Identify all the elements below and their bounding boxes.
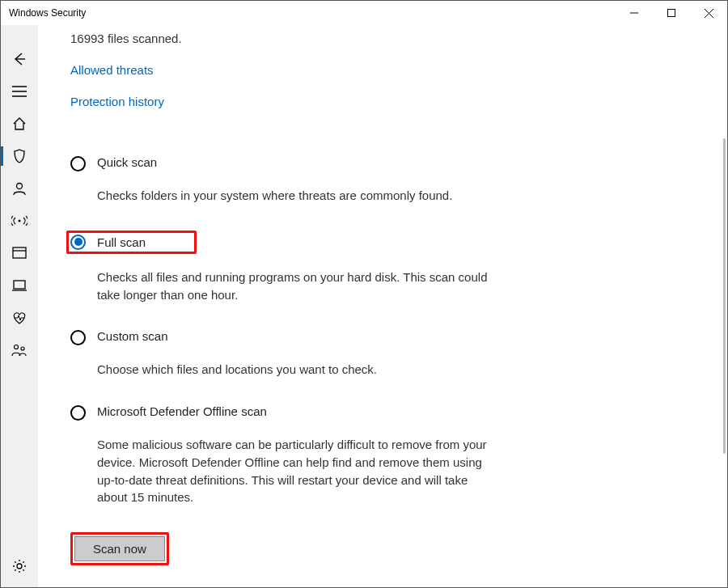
minimize-icon: [630, 9, 638, 17]
full-scan-highlight: Full scan: [66, 231, 197, 254]
scan-option-desc: Checks all files and running programs on…: [97, 269, 491, 304]
scan-option-offline[interactable]: Microsoft Defender Offline scan Some mal…: [70, 404, 491, 506]
sidebar: [1, 25, 38, 587]
window-title: Windows Security: [7, 7, 86, 19]
scan-option-title: Full scan: [97, 235, 146, 249]
radio-quick-scan[interactable]: [70, 156, 86, 171]
svg-point-9: [19, 220, 21, 222]
gear-icon: [12, 559, 27, 573]
close-icon: [705, 9, 713, 18]
svg-point-8: [17, 184, 23, 189]
heart-health-icon: [11, 311, 28, 325]
maximize-icon: [667, 9, 675, 17]
app-window-icon: [12, 247, 27, 260]
scan-options-group: Quick scan Checks folders in your system…: [70, 155, 491, 506]
hamburger-icon: [12, 86, 27, 97]
scan-option-title: Custom scan: [97, 329, 491, 343]
sidebar-item-account-protection[interactable]: [1, 172, 38, 205]
home-icon: [12, 116, 27, 131]
sidebar-item-app-browser-control[interactable]: [1, 237, 38, 269]
allowed-threats-link[interactable]: Allowed threats: [70, 63, 703, 77]
windows-security-window: Windows Security: [0, 0, 728, 588]
radio-full-scan[interactable]: [70, 235, 86, 250]
window-body: 16993 files scanned. Allowed threats Pro…: [1, 25, 727, 587]
svg-point-14: [15, 345, 19, 349]
shield-icon: [12, 148, 27, 164]
hamburger-menu-button[interactable]: [1, 75, 38, 108]
content-area: 16993 files scanned. Allowed threats Pro…: [38, 25, 727, 587]
minimize-button[interactable]: [616, 1, 653, 25]
sidebar-item-firewall[interactable]: [1, 205, 38, 237]
svg-point-15: [21, 347, 24, 350]
scan-option-desc: Choose which files and locations you wan…: [97, 361, 491, 379]
scan-option-custom[interactable]: Custom scan Choose which files and locat…: [70, 329, 491, 379]
scroll-area: 16993 files scanned. Allowed threats Pro…: [38, 25, 727, 587]
scan-option-title: Microsoft Defender Offline scan: [97, 404, 491, 418]
svg-rect-10: [13, 247, 26, 258]
radio-custom-scan[interactable]: [70, 330, 86, 345]
scan-option-full[interactable]: Full scan Checks all files and running p…: [70, 231, 491, 304]
svg-rect-1: [668, 10, 675, 17]
titlebar: Windows Security: [1, 1, 727, 25]
scan-option-title: Quick scan: [97, 155, 491, 169]
scan-option-desc: Some malicious software can be particula…: [97, 436, 491, 506]
window-controls: [616, 1, 727, 25]
radio-offline-scan[interactable]: [70, 405, 86, 421]
scan-option-desc: Checks folders in your system where thre…: [97, 187, 491, 205]
close-button[interactable]: [690, 1, 727, 25]
svg-rect-12: [14, 281, 25, 289]
sidebar-item-family-options[interactable]: [1, 334, 38, 366]
scan-option-quick[interactable]: Quick scan Checks folders in your system…: [70, 155, 491, 205]
sidebar-item-home[interactable]: [1, 108, 38, 140]
scan-now-button[interactable]: Scan now: [74, 536, 165, 561]
sidebar-item-settings[interactable]: [1, 550, 38, 582]
back-button[interactable]: [1, 43, 38, 75]
sidebar-item-device-security[interactable]: [1, 269, 38, 302]
protection-history-link[interactable]: Protection history: [70, 95, 703, 108]
sidebar-item-virus-protection[interactable]: [1, 140, 38, 172]
sidebar-item-device-performance[interactable]: [1, 302, 38, 334]
scrollbar[interactable]: [723, 138, 726, 454]
maximize-button[interactable]: [653, 1, 690, 25]
files-scanned-status: 16993 files scanned.: [70, 32, 703, 45]
scan-now-wrap: Scan now: [70, 532, 703, 565]
family-icon: [11, 343, 28, 357]
svg-point-16: [17, 564, 22, 569]
network-icon: [11, 214, 28, 227]
device-icon: [12, 279, 27, 292]
person-icon: [12, 181, 27, 196]
back-arrow-icon: [12, 52, 27, 66]
scan-now-highlight: Scan now: [70, 532, 169, 565]
